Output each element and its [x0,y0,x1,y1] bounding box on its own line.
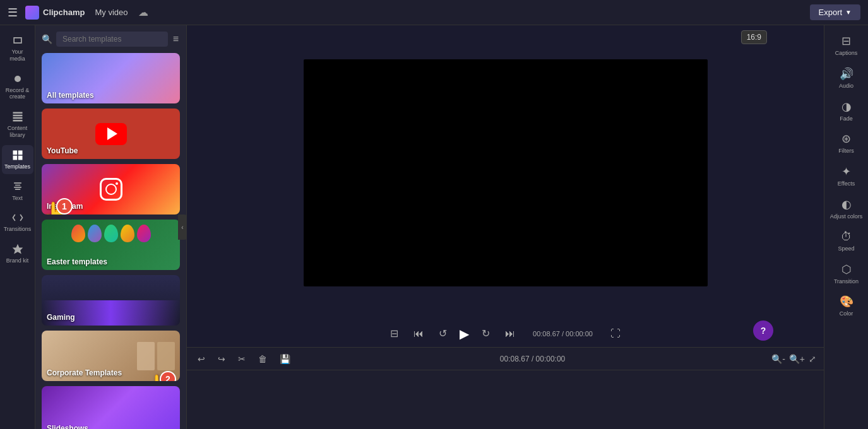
template-card-corporate[interactable]: Corporate Templates 👆 2 [42,331,180,381]
right-tool-audio[interactable]: 🔊 Audio [827,63,866,93]
effects-icon: ✦ [841,165,851,179]
skip-back-button[interactable]: ⏮ [411,326,426,342]
svg-point-0 [15,76,21,82]
timeline-current-time: 00:08.67 [500,355,530,363]
template-card-instagram[interactable]: Instagram 👆 1 [42,164,180,214]
templates-search-bar: 🔍 ≡ [35,25,186,50]
template-card-all-templates[interactable]: All templates [42,53,180,103]
export-arrow-icon: ▼ [845,9,852,16]
speed-label: Speed [838,245,854,252]
figure-2 [157,342,175,370]
right-tool-effects[interactable]: ✦ Effects [827,161,866,191]
template-card-gaming[interactable]: Gaming [42,275,180,326]
templates-list: All templates YouTube Instagram 👆 1 [35,50,186,429]
corporate-figures [137,342,175,370]
template-card-slideshows[interactable]: Slideshows [42,386,180,429]
filters-icon: ⊛ [841,132,851,146]
main-layout: Your media Record & create Content libra… [0,25,868,429]
zoom-in-button[interactable]: 🔍+ [789,354,805,364]
video-preview [304,59,708,286]
sidebar-item-content-library[interactable]: Content library [2,107,33,143]
template-card-instagram-label: Instagram [47,202,83,211]
template-card-youtube-label: YouTube [47,146,78,155]
sidebar-item-content-library-label: Content library [4,125,31,139]
app-logo: Clipchamp [25,6,85,20]
instagram-logo-icon [100,178,122,201]
save-button[interactable]: 💾 [276,352,294,366]
right-tool-speed[interactable]: ⏱ Speed [827,226,866,256]
skip-forward-button[interactable]: ⏭ [502,326,518,342]
video-controls: ⊟ ⏮ ↺ ▶ ↻ ⏭ 00:08.67 / 00:00:00 ⛶ [187,320,824,347]
egg-4 [121,225,134,242]
fade-icon: ◑ [841,100,852,114]
timeline-area: ↩ ↪ ✂ 🗑 💾 00:08.67 / 00:00:00 🔍- 🔍+ ⤢ [187,347,824,429]
timeline-time-sep: / [532,355,536,363]
right-tool-captions[interactable]: ⊟ Captions [827,30,866,61]
templates-panel: 🔍 ≡ All templates YouTube Instagram [35,25,187,429]
logo-icon [25,6,39,20]
zoom-out-button[interactable]: 🔍- [771,354,785,364]
template-card-all-templates-label: All templates [47,91,94,100]
panel-collapse-button[interactable]: ‹ [178,214,187,240]
template-card-easter[interactable]: Easter templates [42,220,180,270]
sidebar-item-your-media[interactable]: Your media [2,30,33,66]
time-display: 00:08.67 / 00:00:00 [533,330,593,338]
right-tool-adjust-colors[interactable]: ◐ Adjust colors [827,194,866,224]
template-card-easter-label: Easter templates [47,257,107,266]
timeline-total-time: 00:00:00 [536,355,566,363]
right-tool-color[interactable]: 🎨 Color [827,291,866,321]
template-card-slideshows-label: Slideshows [47,424,88,429]
rewind-button[interactable]: ↺ [436,325,449,342]
search-icon: 🔍 [42,34,52,44]
aspect-ratio-badge[interactable]: 16:9 [741,30,767,44]
adjust-colors-label: Adjust colors [830,213,863,220]
sidebar-item-brand-kit[interactable]: Brand kit [2,239,33,268]
captions-label: Captions [835,50,858,57]
fullscreen-button[interactable]: ⛶ [608,326,623,342]
sidebar-item-templates[interactable]: Templates [2,145,33,174]
forward-button[interactable]: ↻ [479,325,492,342]
undo-button[interactable]: ↩ [194,352,208,366]
captions-icon: ⊟ [841,34,851,48]
effects-label: Effects [838,180,855,187]
sidebar-item-record-create[interactable]: Record & create [2,69,33,105]
youtube-logo-icon [95,123,127,145]
play-pause-button[interactable]: ▶ [460,326,469,341]
sidebar-item-transitions[interactable]: Transitions [2,208,33,237]
sidebar-item-text[interactable]: Text [2,177,33,206]
delete-button[interactable]: 🗑 [255,352,270,366]
svg-marker-1 [12,244,23,254]
right-tool-fade[interactable]: ◑ Fade [827,96,866,126]
sidebar-item-text-label: Text [12,195,23,202]
template-card-youtube[interactable]: YouTube [42,109,180,159]
fade-label: Fade [840,115,853,122]
menu-icon[interactable]: ☰ [8,6,18,20]
sidebar-item-your-media-label: Your media [4,49,31,62]
right-tool-filters[interactable]: ⊛ Filters [827,128,866,158]
transition-icon: ⬡ [841,262,852,276]
egg-3 [104,225,118,242]
time-total: 00:00:00 [566,330,593,338]
egg-5 [137,225,151,242]
fit-to-view-button[interactable]: ⤢ [809,354,816,364]
sidebar-item-templates-label: Templates [4,163,30,170]
transition-label: Transition [834,278,859,285]
cut-button[interactable]: ✂ [235,352,249,366]
filter-button[interactable]: ≡ [172,32,180,46]
audio-label: Audio [839,83,853,90]
sidebar-item-transitions-label: Transitions [4,226,32,233]
export-button[interactable]: Export ▼ [810,4,860,20]
time-current: 00:08.67 [533,330,560,338]
redo-button[interactable]: ↪ [215,352,229,366]
egg-2 [88,225,102,242]
topbar: ☰ Clipchamp My video ☁ Export ▼ [0,0,868,25]
right-tool-transition[interactable]: ⬡ Transition [827,259,866,289]
help-button[interactable]: ? [753,320,773,341]
center-content: 16:9 ⊟ ⏮ ↺ ▶ ↻ ⏭ 00:08.67 / 00:00:00 ⛶ ↩… [187,25,824,429]
figure-1 [137,342,155,370]
adjust-colors-icon: ◐ [841,197,852,211]
template-card-corporate-label: Corporate Templates [47,368,122,377]
video-title[interactable]: My video [95,8,128,17]
captions-toggle-button[interactable]: ⊟ [388,325,401,342]
templates-search-input[interactable] [56,32,168,47]
